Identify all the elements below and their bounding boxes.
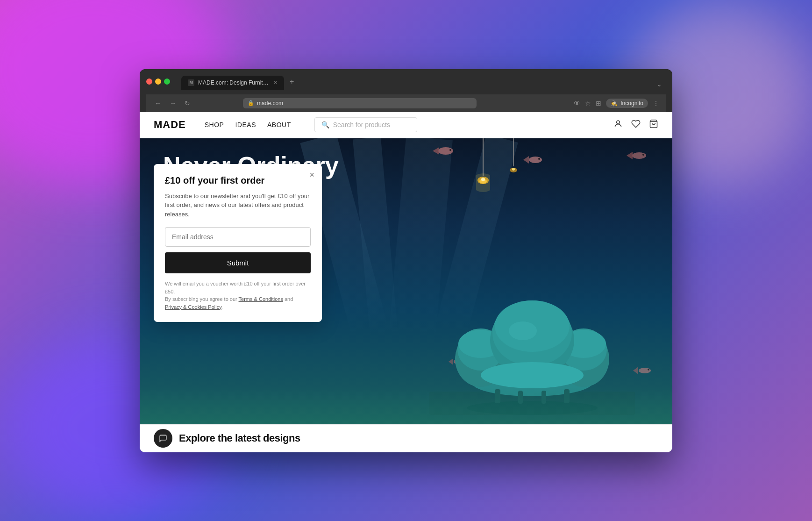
new-tab-button[interactable]: + <box>285 74 299 90</box>
popup-overlay: × £10 off your first order Subscribe to … <box>140 138 672 424</box>
browser-window: M MADE.com: Design Furniture & ✕ + ⌄ ← →… <box>140 69 672 452</box>
browser-chrome: M MADE.com: Design Furniture & ✕ + ⌄ ← →… <box>140 69 672 112</box>
email-input[interactable] <box>165 227 311 247</box>
address-bar: ← → ↻ 🔒 made.com 👁 ☆ ⊞ 🕵 Incognito ⋮ <box>146 94 666 112</box>
svg-point-0 <box>617 121 620 124</box>
submit-button[interactable]: Submit <box>165 252 311 273</box>
search-bar[interactable]: 🔍 Search for products <box>314 117 417 132</box>
nav-shop[interactable]: SHOP <box>205 121 224 128</box>
popup-close-button[interactable]: × <box>309 171 314 179</box>
url-bar[interactable]: 🔒 made.com <box>243 98 477 108</box>
nav-ideas[interactable]: IDEAS <box>235 121 256 128</box>
back-button[interactable]: ← <box>153 99 163 108</box>
incognito-icon: 🕵 <box>611 100 618 107</box>
lock-icon: 🔒 <box>248 100 254 106</box>
bottom-heading: Explore the latest designs <box>179 432 300 444</box>
navbar-right <box>613 119 658 131</box>
menu-button[interactable]: ⋮ <box>653 100 659 107</box>
nav-about[interactable]: ABOUT <box>267 121 291 128</box>
screen-reader-button[interactable]: 👁 <box>574 100 580 107</box>
active-tab[interactable]: M MADE.com: Design Furniture & ✕ <box>181 76 284 90</box>
wishlist-icon[interactable] <box>631 119 641 131</box>
newsletter-popup: × £10 off your first order Subscribe to … <box>154 164 322 322</box>
website-content: MADE SHOP IDEAS ABOUT 🔍 Search for produ… <box>140 112 672 452</box>
tab-favicon: M <box>188 79 194 86</box>
popup-title: £10 off your first order <box>165 175 311 186</box>
site-logo[interactable]: MADE <box>154 119 186 131</box>
refresh-button[interactable]: ↻ <box>183 99 192 108</box>
chat-button[interactable] <box>154 429 172 448</box>
tab-scroll-button[interactable]: ⌄ <box>653 79 666 90</box>
minimize-window-button[interactable] <box>155 79 161 85</box>
maximize-window-button[interactable] <box>164 79 170 85</box>
popup-description: Subscribe to our newsletter and you'll g… <box>165 192 311 219</box>
browser-toolbar-right: 👁 ☆ ⊞ 🕵 Incognito ⋮ <box>574 99 659 108</box>
bookmark-button[interactable]: ☆ <box>585 100 591 107</box>
popup-legal-text: We will email you a voucher worth £10 of… <box>165 280 311 311</box>
search-placeholder: Search for products <box>333 121 390 128</box>
forward-button[interactable]: → <box>168 99 178 108</box>
tab-close-button[interactable]: ✕ <box>273 79 278 86</box>
url-text: made.com <box>257 100 283 107</box>
close-window-button[interactable] <box>146 79 152 85</box>
bottom-section: Explore the latest designs <box>140 424 672 452</box>
browser-tabs: M MADE.com: Design Furniture & ✕ + ⌄ <box>181 74 666 90</box>
nav-links: SHOP IDEAS ABOUT <box>205 121 291 128</box>
site-navbar: MADE SHOP IDEAS ABOUT 🔍 Search for produ… <box>140 112 672 138</box>
privacy-link[interactable]: Privacy & Cookies Policy <box>165 304 221 310</box>
cart-icon[interactable] <box>649 119 658 131</box>
search-icon: 🔍 <box>321 121 329 128</box>
hero-section: Never Ordinary Design for original homes… <box>140 138 672 424</box>
account-icon[interactable] <box>613 119 623 131</box>
incognito-label: Incognito <box>620 100 643 107</box>
tab-title: MADE.com: Design Furniture & <box>198 79 270 86</box>
incognito-badge: 🕵 Incognito <box>606 99 648 108</box>
tab-grid-button[interactable]: ⊞ <box>596 100 601 107</box>
terms-link[interactable]: Terms & Conditions <box>239 296 283 302</box>
